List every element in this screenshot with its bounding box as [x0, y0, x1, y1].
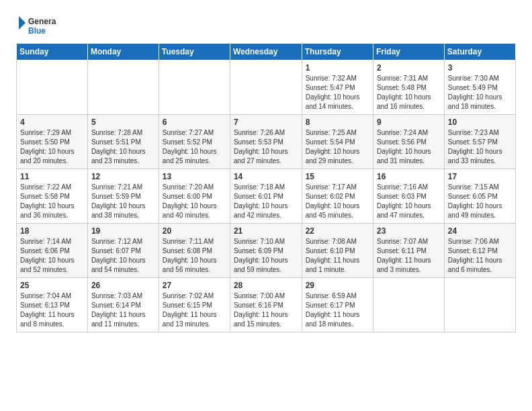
- weekday-header-saturday: Saturday: [444, 44, 515, 60]
- logo-svg: General Blue: [16, 13, 56, 38]
- day-number: 15: [306, 172, 369, 181]
- calendar-cell: 14Sunrise: 7:18 AM Sunset: 6:01 PM Dayli…: [230, 169, 302, 224]
- day-info: Sunrise: 7:08 AM Sunset: 6:10 PM Dayligh…: [306, 237, 369, 275]
- day-info: Sunrise: 7:12 AM Sunset: 6:07 PM Dayligh…: [91, 237, 155, 275]
- day-info: Sunrise: 7:24 AM Sunset: 5:56 PM Dayligh…: [377, 128, 441, 166]
- calendar-cell: 9Sunrise: 7:24 AM Sunset: 5:56 PM Daylig…: [373, 115, 444, 169]
- day-info: Sunrise: 7:00 AM Sunset: 6:16 PM Dayligh…: [234, 291, 298, 329]
- calendar-cell: [373, 278, 444, 332]
- day-number: 25: [20, 281, 84, 290]
- day-info: Sunrise: 7:18 AM Sunset: 6:01 PM Dayligh…: [234, 183, 298, 220]
- calendar-cell: 5Sunrise: 7:28 AM Sunset: 5:51 PM Daylig…: [87, 115, 159, 169]
- day-number: 26: [91, 281, 155, 290]
- calendar-cell: 10Sunrise: 7:23 AM Sunset: 5:57 PM Dayli…: [444, 115, 515, 169]
- day-number: 10: [448, 118, 512, 127]
- day-number: 24: [448, 226, 512, 236]
- day-info: Sunrise: 7:30 AM Sunset: 5:49 PM Dayligh…: [448, 74, 512, 111]
- calendar-header-row: SundayMondayTuesdayWednesdayThursdayFrid…: [17, 44, 516, 60]
- calendar-cell: 11Sunrise: 7:22 AM Sunset: 5:58 PM Dayli…: [17, 169, 88, 224]
- page-header: General Blue: [16, 13, 516, 38]
- day-number: 19: [91, 226, 155, 236]
- day-info: Sunrise: 7:27 AM Sunset: 5:52 PM Dayligh…: [163, 128, 226, 166]
- weekday-header-tuesday: Tuesday: [159, 44, 230, 60]
- calendar-cell: [17, 60, 88, 115]
- calendar-cell: 12Sunrise: 7:21 AM Sunset: 5:59 PM Dayli…: [87, 169, 159, 224]
- weekday-header-thursday: Thursday: [302, 44, 373, 60]
- day-info: Sunrise: 7:28 AM Sunset: 5:51 PM Dayligh…: [91, 128, 155, 166]
- day-number: 13: [163, 172, 226, 181]
- day-number: 17: [448, 172, 512, 181]
- calendar-cell: 20Sunrise: 7:11 AM Sunset: 6:08 PM Dayli…: [159, 224, 230, 278]
- calendar-cell: 28Sunrise: 7:00 AM Sunset: 6:16 PM Dayli…: [230, 278, 302, 332]
- day-info: Sunrise: 7:21 AM Sunset: 5:59 PM Dayligh…: [91, 183, 155, 220]
- day-info: Sunrise: 7:31 AM Sunset: 5:48 PM Dayligh…: [377, 74, 441, 111]
- calendar-cell: 17Sunrise: 7:15 AM Sunset: 6:05 PM Dayli…: [444, 169, 515, 224]
- calendar-cell: [87, 60, 159, 115]
- day-info: Sunrise: 7:26 AM Sunset: 5:53 PM Dayligh…: [234, 128, 298, 166]
- svg-marker-2: [19, 16, 26, 30]
- calendar-cell: 21Sunrise: 7:10 AM Sunset: 6:09 PM Dayli…: [230, 224, 302, 278]
- calendar-table: SundayMondayTuesdayWednesdayThursdayFrid…: [16, 43, 516, 332]
- calendar-cell: 18Sunrise: 7:14 AM Sunset: 6:06 PM Dayli…: [17, 224, 88, 278]
- weekday-header-sunday: Sunday: [17, 44, 88, 60]
- day-info: Sunrise: 7:17 AM Sunset: 6:02 PM Dayligh…: [306, 183, 369, 220]
- day-info: Sunrise: 7:25 AM Sunset: 5:54 PM Dayligh…: [306, 128, 369, 166]
- calendar-week-row: 11Sunrise: 7:22 AM Sunset: 5:58 PM Dayli…: [17, 169, 516, 224]
- calendar-cell: 13Sunrise: 7:20 AM Sunset: 6:00 PM Dayli…: [159, 169, 230, 224]
- day-info: Sunrise: 7:04 AM Sunset: 6:13 PM Dayligh…: [20, 291, 84, 329]
- day-info: Sunrise: 7:10 AM Sunset: 6:09 PM Dayligh…: [234, 237, 298, 275]
- day-info: Sunrise: 7:16 AM Sunset: 6:03 PM Dayligh…: [377, 183, 441, 220]
- calendar-cell: 19Sunrise: 7:12 AM Sunset: 6:07 PM Dayli…: [87, 224, 159, 278]
- day-number: 2: [377, 63, 441, 73]
- day-number: 16: [377, 172, 441, 181]
- calendar-cell: 23Sunrise: 7:07 AM Sunset: 6:11 PM Dayli…: [373, 224, 444, 278]
- day-number: 29: [306, 281, 369, 290]
- calendar-cell: [230, 60, 302, 115]
- day-number: 28: [234, 281, 298, 290]
- calendar-cell: 22Sunrise: 7:08 AM Sunset: 6:10 PM Dayli…: [302, 224, 373, 278]
- calendar-cell: 1Sunrise: 7:32 AM Sunset: 5:47 PM Daylig…: [302, 60, 373, 115]
- day-info: Sunrise: 7:03 AM Sunset: 6:14 PM Dayligh…: [91, 291, 155, 329]
- calendar-cell: 29Sunrise: 6:59 AM Sunset: 6:17 PM Dayli…: [302, 278, 373, 332]
- day-number: 7: [234, 118, 298, 127]
- day-number: 22: [306, 226, 369, 236]
- day-number: 3: [448, 63, 512, 73]
- day-info: Sunrise: 7:32 AM Sunset: 5:47 PM Dayligh…: [306, 74, 369, 111]
- day-number: 4: [20, 118, 84, 127]
- svg-text:Blue: Blue: [28, 26, 46, 36]
- day-number: 5: [91, 118, 155, 127]
- logo: General Blue: [16, 13, 56, 38]
- calendar-cell: 4Sunrise: 7:29 AM Sunset: 5:50 PM Daylig…: [17, 115, 88, 169]
- calendar-week-row: 18Sunrise: 7:14 AM Sunset: 6:06 PM Dayli…: [17, 224, 516, 278]
- day-info: Sunrise: 7:02 AM Sunset: 6:15 PM Dayligh…: [163, 291, 226, 329]
- calendar-week-row: 25Sunrise: 7:04 AM Sunset: 6:13 PM Dayli…: [17, 278, 516, 332]
- day-number: 14: [234, 172, 298, 181]
- day-info: Sunrise: 7:20 AM Sunset: 6:00 PM Dayligh…: [163, 183, 226, 220]
- day-info: Sunrise: 7:23 AM Sunset: 5:57 PM Dayligh…: [448, 128, 512, 166]
- svg-text:General: General: [28, 17, 56, 26]
- day-info: Sunrise: 7:11 AM Sunset: 6:08 PM Dayligh…: [163, 237, 226, 275]
- day-info: Sunrise: 7:07 AM Sunset: 6:11 PM Dayligh…: [377, 237, 441, 275]
- calendar-cell: 6Sunrise: 7:27 AM Sunset: 5:52 PM Daylig…: [159, 115, 230, 169]
- calendar-cell: 16Sunrise: 7:16 AM Sunset: 6:03 PM Dayli…: [373, 169, 444, 224]
- day-number: 8: [306, 118, 369, 127]
- calendar-body: 1Sunrise: 7:32 AM Sunset: 5:47 PM Daylig…: [17, 60, 516, 332]
- weekday-header-monday: Monday: [87, 44, 159, 60]
- calendar-cell: [159, 60, 230, 115]
- day-number: 23: [377, 226, 441, 236]
- calendar-cell: [444, 278, 515, 332]
- day-info: Sunrise: 7:29 AM Sunset: 5:50 PM Dayligh…: [20, 128, 84, 166]
- calendar-cell: 2Sunrise: 7:31 AM Sunset: 5:48 PM Daylig…: [373, 60, 444, 115]
- weekday-header-friday: Friday: [373, 44, 444, 60]
- day-number: 12: [91, 172, 155, 181]
- calendar-cell: 26Sunrise: 7:03 AM Sunset: 6:14 PM Dayli…: [87, 278, 159, 332]
- calendar-week-row: 1Sunrise: 7:32 AM Sunset: 5:47 PM Daylig…: [17, 60, 516, 115]
- day-number: 11: [20, 172, 84, 181]
- day-number: 27: [163, 281, 226, 290]
- day-number: 6: [163, 118, 226, 127]
- calendar-cell: 8Sunrise: 7:25 AM Sunset: 5:54 PM Daylig…: [302, 115, 373, 169]
- calendar-cell: 27Sunrise: 7:02 AM Sunset: 6:15 PM Dayli…: [159, 278, 230, 332]
- calendar-cell: 24Sunrise: 7:06 AM Sunset: 6:12 PM Dayli…: [444, 224, 515, 278]
- day-info: Sunrise: 7:06 AM Sunset: 6:12 PM Dayligh…: [448, 237, 512, 275]
- calendar-week-row: 4Sunrise: 7:29 AM Sunset: 5:50 PM Daylig…: [17, 115, 516, 169]
